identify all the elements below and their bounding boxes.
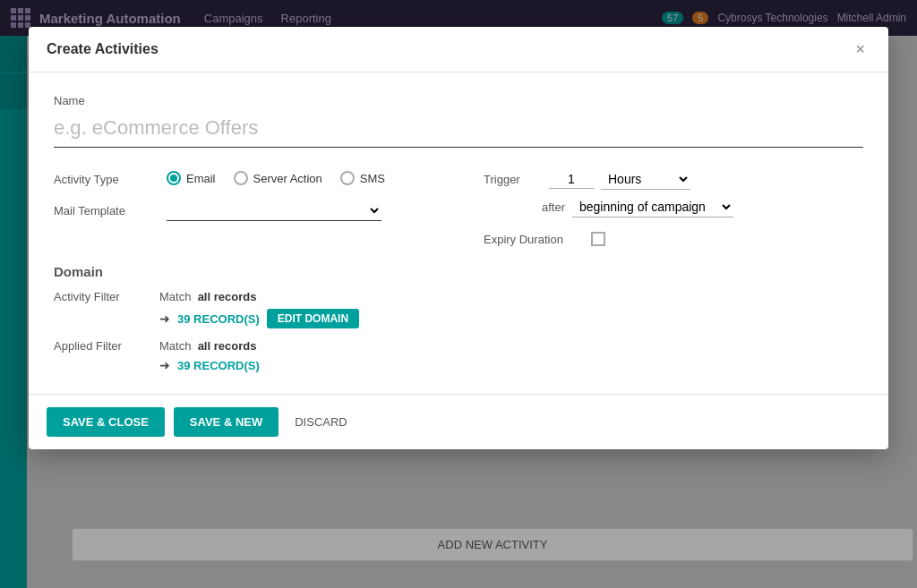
activity-filter-row: Activity Filter Match all records [54,290,863,303]
campaign-select[interactable]: beginning of campaign another activity [572,197,733,217]
save-new-button[interactable]: SAVE & NEW [174,407,279,437]
mail-template-control [167,200,484,221]
radio-sms-input[interactable] [340,171,355,185]
radio-server-action-label: Server Action [253,172,322,185]
right-column: Trigger Hours Days Weeks Months after be… [484,169,863,246]
activity-filter-label: Activity Filter [54,290,152,303]
mail-template-label: Mail Template [54,200,152,217]
radio-server-action[interactable]: Server Action [234,171,322,185]
applied-filter-sub-row: ➜ 39 RECORD(S) [159,358,863,372]
trigger-row-1: Trigger Hours Days Weeks Months [484,169,863,190]
after-label: after [542,200,565,214]
mail-template-select[interactable] [167,200,381,221]
activity-trigger-row: Activity Type Email Server Action [54,169,863,246]
domain-section: Domain Activity Filter Match all records… [54,264,863,372]
trigger-label: Trigger [484,173,533,186]
discard-button[interactable]: DISCARD [287,407,355,437]
trigger-number-input[interactable] [549,170,594,189]
applied-match-bold: all records [198,339,257,353]
domain-title: Domain [54,264,863,279]
applied-filter-row: Applied Filter Match all records [54,339,863,353]
applied-filter-label: Applied Filter [54,339,152,353]
radio-sms[interactable]: SMS [340,171,385,185]
radio-email-input[interactable] [167,171,181,185]
mail-template-row: Mail Template [54,200,484,221]
name-input[interactable] [54,113,863,148]
applied-match-prefix: Match [159,339,191,353]
left-column: Activity Type Email Server Action [54,169,484,246]
expiry-checkbox[interactable] [591,232,605,246]
expiry-label: Expiry Duration [484,233,582,246]
activity-filter-match: Match all records [159,290,256,303]
match-prefix: Match [159,290,191,303]
trigger-row-2: after beginning of campaign another acti… [542,197,863,217]
trigger-unit-select[interactable]: Hours Days Weeks Months [601,169,690,190]
radio-sms-label: SMS [360,172,385,185]
arrow-right-icon: ➜ [159,311,170,326]
applied-filter-records-link[interactable]: 39 RECORD(S) [177,359,260,372]
match-bold: all records [198,290,257,303]
activity-filter-records-link[interactable]: 39 RECORD(S) [177,312,260,326]
name-field-group: Name [54,94,863,169]
applied-arrow-right-icon: ➜ [159,358,170,372]
edit-domain-button[interactable]: EDIT DOMAIN [267,309,359,328]
activity-type-label: Activity Type [54,169,152,186]
name-label: Name [54,94,863,107]
save-close-button[interactable]: SAVE & CLOSE [47,407,165,437]
radio-email[interactable]: Email [167,171,216,185]
modal-overlay: Create Activities × Name Activity Type [0,0,917,588]
radio-server-action-input[interactable] [234,171,248,185]
activity-type-radio-group: Email Server Action SMS [167,169,385,185]
modal-footer: SAVE & CLOSE SAVE & NEW DISCARD [29,394,888,449]
radio-email-label: Email [186,172,216,185]
applied-filter-match: Match all records [159,339,256,353]
modal-close-button[interactable]: × [850,39,870,59]
modal-title: Create Activities [47,41,159,57]
expiry-row: Expiry Duration [484,232,863,246]
activity-filter-sub-row: ➜ 39 RECORD(S) EDIT DOMAIN [159,309,863,328]
activity-type-row: Activity Type Email Server Action [54,169,484,186]
modal-body: Name Activity Type Email [29,72,888,394]
modal-header: Create Activities × [29,27,888,72]
create-activities-modal: Create Activities × Name Activity Type [29,27,888,449]
